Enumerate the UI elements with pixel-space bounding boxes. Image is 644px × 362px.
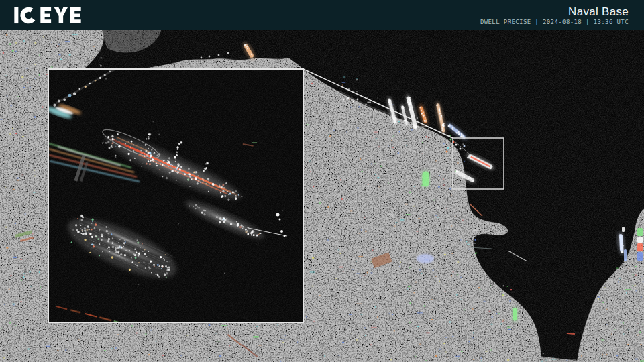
header-bar: Naval Base DWELL PRECISE | 2024-08-18 | … [0, 0, 644, 30]
zoom-inset [45, 64, 303, 325]
image-title: Naval Base [568, 5, 629, 18]
header-titles: Naval Base DWELL PRECISE | 2024-08-18 | … [480, 4, 629, 26]
sar-image [0, 0, 644, 362]
app-window: Naval Base DWELL PRECISE | 2024-08-18 | … [0, 0, 644, 362]
iceye-logo [14, 7, 81, 24]
capture-metadata: DWELL PRECISE | 2024-08-18 | 13:36 UTC [480, 19, 629, 26]
iceye-logo-glyphs [14, 7, 81, 24]
zoom-inset-content [45, 64, 303, 325]
